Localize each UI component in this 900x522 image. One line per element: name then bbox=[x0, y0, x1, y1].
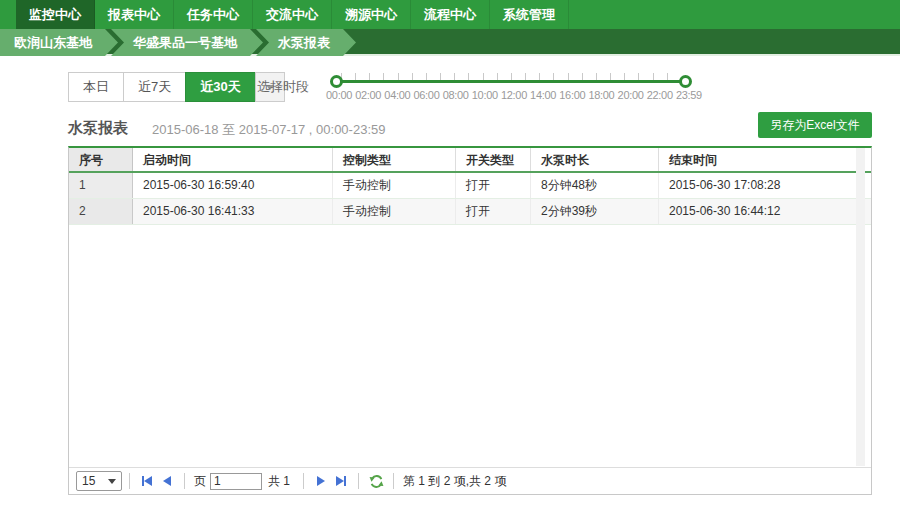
slider-tick-labels: 00:00 02:00 04:00 06:00 08:00 10:00 12:0… bbox=[326, 89, 702, 101]
tab-today[interactable]: 本日 bbox=[68, 72, 124, 102]
last-page-button[interactable] bbox=[331, 472, 351, 490]
divider bbox=[358, 473, 359, 489]
next-page-button[interactable] bbox=[311, 472, 331, 490]
table-row[interactable]: 2 2015-06-30 16:41:33 手动控制 打开 2分钟39秒 201… bbox=[69, 199, 871, 225]
report-date-range: 2015-06-18 至 2015-07-17 , 00:00-23:59 bbox=[152, 121, 385, 139]
nav-item-system-management[interactable]: 系统管理 bbox=[490, 0, 569, 29]
page-label: 页 bbox=[194, 473, 206, 490]
column-header-end-time: 结束时间 bbox=[659, 148, 871, 171]
column-header-switch-type: 开关类型 bbox=[456, 148, 531, 171]
slider-track bbox=[335, 80, 687, 83]
column-header-seq: 序号 bbox=[69, 148, 133, 171]
column-header-duration: 水泵时长 bbox=[531, 148, 659, 171]
nav-item-traceability-center[interactable]: 溯源中心 bbox=[332, 0, 411, 29]
divider bbox=[303, 473, 304, 489]
table-row[interactable]: 1 2015-06-30 16:59:40 手动控制 打开 8分钟48秒 201… bbox=[69, 173, 871, 199]
divider bbox=[393, 473, 394, 489]
page-title: 水泵报表 bbox=[68, 119, 128, 138]
slider-ticks bbox=[341, 73, 681, 80]
export-excel-button[interactable]: 另存为Excel文件 bbox=[758, 112, 872, 138]
refresh-button[interactable] bbox=[366, 472, 386, 490]
column-header-control-type: 控制类型 bbox=[333, 148, 456, 171]
pump-report-grid: 序号 启动时间 控制类型 开关类型 水泵时长 结束时间 1 2015-06-30… bbox=[68, 146, 872, 495]
nav-item-process-center[interactable]: 流程中心 bbox=[411, 0, 490, 29]
slider-handle-start[interactable] bbox=[330, 75, 343, 88]
page-size-select[interactable]: 15 bbox=[76, 471, 122, 491]
breadcrumb-item-site[interactable]: 华盛果品一号基地 bbox=[111, 29, 263, 56]
slider-handle-end[interactable] bbox=[679, 75, 692, 88]
nav-item-monitoring-center[interactable]: 监控中心 bbox=[16, 0, 95, 29]
time-period-label: 选择时段 bbox=[257, 78, 309, 96]
breadcrumb-item-base[interactable]: 欧润山东基地 bbox=[0, 29, 118, 56]
time-range-slider[interactable]: 00:00 02:00 04:00 06:00 08:00 10:00 12:0… bbox=[330, 66, 692, 102]
prev-page-icon bbox=[163, 476, 171, 486]
page-size-value: 15 bbox=[82, 474, 95, 488]
table-header-row: 序号 启动时间 控制类型 开关类型 水泵时长 结束时间 bbox=[69, 148, 871, 173]
divider bbox=[184, 473, 185, 489]
breadcrumb-item-pump-report[interactable]: 水泵报表 bbox=[256, 29, 356, 56]
page-number-input[interactable] bbox=[210, 473, 262, 490]
tab-last-30-days[interactable]: 近30天 bbox=[185, 72, 255, 102]
nav-item-communication-center[interactable]: 交流中心 bbox=[253, 0, 332, 29]
app-window: 监控中心 报表中心 任务中心 交流中心 溯源中心 流程中心 系统管理 欧润山东基… bbox=[0, 0, 900, 522]
chevron-down-icon bbox=[108, 479, 116, 488]
record-summary: 第 1 到 2 项,共 2 项 bbox=[403, 473, 506, 490]
last-page-icon bbox=[336, 476, 344, 486]
refresh-icon bbox=[369, 474, 384, 489]
top-nav: 监控中心 报表中心 任务中心 交流中心 溯源中心 流程中心 系统管理 bbox=[0, 0, 900, 29]
nav-item-task-center[interactable]: 任务中心 bbox=[174, 0, 253, 29]
next-page-icon bbox=[317, 476, 325, 486]
total-pages-label: 共 1 bbox=[268, 473, 290, 490]
breadcrumb: 欧润山东基地 华盛果品一号基地 水泵报表 bbox=[0, 29, 900, 56]
divider bbox=[129, 473, 130, 489]
prev-page-button[interactable] bbox=[157, 472, 177, 490]
vertical-scrollbar[interactable] bbox=[856, 148, 865, 466]
nav-item-report-center[interactable]: 报表中心 bbox=[95, 0, 174, 29]
first-page-button[interactable] bbox=[137, 472, 157, 490]
column-header-start-time: 启动时间 bbox=[133, 148, 333, 171]
pagination-bar: 15 页 共 1 bbox=[69, 467, 871, 494]
tab-last-7-days[interactable]: 近7天 bbox=[123, 72, 186, 102]
date-filter-group: 本日 近7天 近30天 bbox=[68, 72, 285, 102]
